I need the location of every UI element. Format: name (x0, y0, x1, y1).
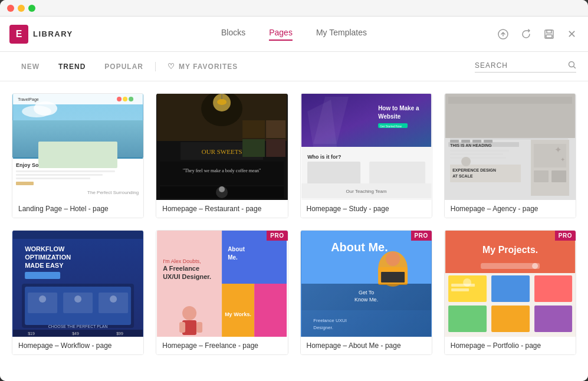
svg-rect-124 (491, 275, 530, 302)
template-thumb-agency: THIS IS AN HEADING (445, 94, 576, 200)
pro-badge-portfolio: PRO (555, 231, 576, 241)
svg-text:CHOOSE THE PERFECT PLAN: CHOOSE THE PERFECT PLAN (48, 324, 108, 329)
filter-trend[interactable]: TREND (49, 63, 95, 71)
svg-rect-58 (450, 139, 568, 139)
template-label-freelance: Homepage – Freelance - page (156, 337, 287, 354)
search-area (475, 61, 576, 73)
pro-badge-freelance: PRO (267, 231, 287, 241)
template-label-about: Homepage – About Me - page (301, 337, 432, 354)
svg-rect-112 (381, 272, 405, 283)
svg-text:About: About (228, 246, 245, 252)
header: E LIBRARY Blocks Pages My Templates (0, 17, 588, 52)
svg-text:Get To: Get To (358, 290, 373, 295)
svg-rect-116 (301, 310, 431, 337)
svg-rect-56 (450, 153, 503, 155)
svg-rect-61 (472, 140, 481, 143)
search-input[interactable] (475, 61, 563, 70)
svg-point-99 (182, 306, 196, 320)
filter-popular[interactable]: POPULAR (95, 63, 153, 71)
svg-rect-33 (160, 162, 284, 185)
template-thumb-freelance: PRO I'm Alex Doubts, A Freelance UX/UI D… (156, 231, 287, 337)
filter-divider (155, 62, 156, 71)
svg-rect-69 (551, 170, 566, 182)
svg-text:Website: Website (378, 113, 401, 120)
svg-point-131 (463, 278, 471, 287)
template-thumb-study: How to Make a Website Get Started Now Wh… (301, 94, 432, 200)
svg-rect-32 (266, 139, 285, 157)
svg-rect-78 (25, 272, 60, 279)
logo-text: LIBRARY (33, 29, 73, 38)
svg-text:Me.: Me. (228, 254, 238, 261)
template-card-about[interactable]: PRO About Me. (300, 230, 432, 355)
svg-text:My Works.: My Works. (225, 311, 251, 317)
svg-point-84 (39, 295, 46, 303)
svg-text:AT SCALE: AT SCALE (452, 174, 473, 178)
tab-blocks[interactable]: Blocks (221, 28, 245, 41)
logo-area: E LIBRARY (9, 25, 92, 44)
filter-bar: NEW TREND POPULAR ♡ MY FAVORITES (0, 52, 588, 81)
svg-point-110 (386, 252, 400, 266)
upload-icon[interactable] (496, 27, 510, 41)
nav-tabs: Blocks Pages My Templates (92, 28, 496, 41)
logo-icon: E (9, 25, 28, 44)
maximize-traffic-light[interactable] (28, 5, 35, 12)
template-thumb-about: PRO About Me. (301, 231, 432, 337)
svg-rect-126 (448, 306, 487, 332)
svg-rect-130 (451, 288, 469, 291)
close-traffic-light[interactable] (7, 5, 14, 12)
svg-text:"They feel we make a body coff: "They feel we make a body coffee mean" (183, 168, 261, 173)
template-thumb-portfolio: PRO My Projects. (445, 231, 576, 337)
tab-my-templates[interactable]: My Templates (316, 28, 367, 41)
svg-rect-55 (450, 150, 509, 152)
template-label-agency: Homepage – Agency - page (445, 200, 576, 218)
template-thumb-workflow: WORKFLOW OPTIMIZATION MADE EASY (12, 231, 143, 337)
svg-text:Know Me.: Know Me. (354, 297, 378, 303)
tab-pages[interactable]: Pages (269, 28, 293, 41)
svg-text:Get Started Now: Get Started Now (380, 124, 402, 128)
template-card-freelance[interactable]: PRO I'm Alex Doubts, A Freelance UX/UI D… (156, 230, 288, 355)
template-card-study[interactable]: How to Make a Website Get Started Now Wh… (300, 93, 432, 218)
svg-rect-128 (534, 306, 572, 332)
svg-point-16 (123, 97, 127, 101)
save-icon[interactable] (542, 27, 556, 41)
svg-rect-127 (491, 306, 530, 332)
svg-rect-60 (461, 140, 470, 143)
template-card-portfolio[interactable]: PRO My Projects. (444, 230, 576, 355)
svg-text:OUR SWEETS: OUR SWEETS (202, 148, 242, 155)
svg-rect-125 (534, 275, 572, 302)
svg-text:Our Teaching Team: Our Teaching Team (346, 189, 386, 194)
svg-point-37 (219, 186, 225, 192)
svg-point-70 (461, 157, 471, 166)
filter-new[interactable]: NEW (12, 63, 49, 71)
template-label-study: Homepage – Study - page (301, 200, 432, 218)
template-grid-container: TravelPage Your Dream Vacation is Here E… (0, 81, 588, 381)
svg-text:$99: $99 (116, 331, 123, 336)
template-thumb-restaurant: OUR SWEETS "They feel we make a body cof… (156, 94, 287, 200)
svg-rect-52 (448, 97, 572, 104)
template-card-hotel[interactable]: TravelPage Your Dream Vacation is Here E… (12, 93, 144, 218)
svg-rect-74 (13, 231, 143, 239)
svg-point-85 (74, 295, 81, 303)
svg-text:WORKFLOW: WORKFLOW (25, 245, 65, 252)
svg-text:✦: ✦ (560, 156, 565, 163)
favorites-tab[interactable]: ♡ MY FAVORITES (158, 62, 247, 71)
traffic-lights (7, 5, 35, 12)
close-button[interactable]: ✕ (565, 27, 579, 41)
template-card-agency[interactable]: THIS IS AN HEADING (444, 93, 576, 218)
svg-text:MADE EASY: MADE EASY (25, 262, 64, 269)
svg-rect-57 (450, 157, 506, 159)
svg-point-26 (217, 99, 226, 105)
template-card-workflow[interactable]: WORKFLOW OPTIMIZATION MADE EASY (12, 230, 144, 355)
svg-rect-129 (451, 284, 475, 287)
svg-text:EXPERIENCE DESIGN: EXPERIENCE DESIGN (452, 168, 496, 172)
template-label-restaurant: Homepage – Restaurant - page (156, 200, 287, 218)
svg-point-15 (117, 97, 121, 101)
minimize-traffic-light[interactable] (18, 5, 25, 12)
template-label-hotel: Landing Page – Hotel - page (12, 200, 143, 218)
template-card-restaurant[interactable]: OUR SWEETS "They feel we make a body cof… (156, 93, 288, 218)
refresh-icon[interactable] (519, 27, 533, 41)
svg-point-17 (129, 97, 133, 101)
favorites-label: MY FAVORITES (179, 63, 238, 71)
svg-text:UX/UI Designer.: UX/UI Designer. (163, 273, 211, 280)
svg-text:OPTIMIZATION: OPTIMIZATION (25, 254, 71, 261)
